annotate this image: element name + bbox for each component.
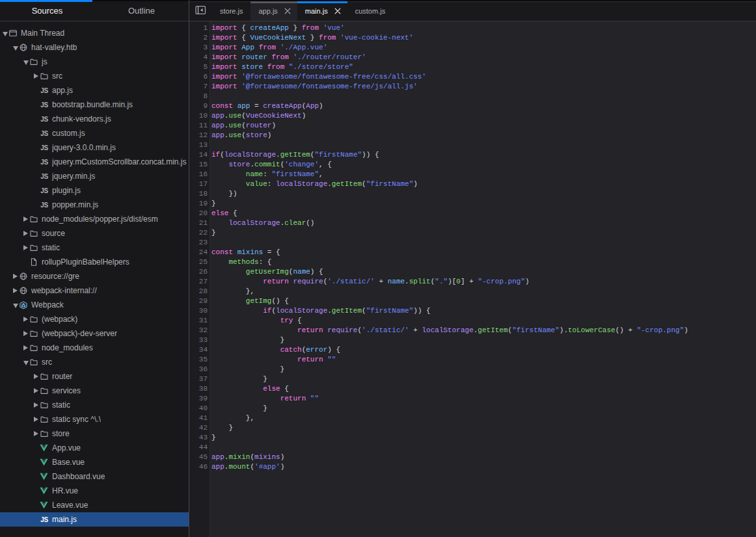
line-number[interactable]: 13	[189, 140, 210, 150]
line-number[interactable]: 40	[189, 404, 210, 413]
tree-item-hr-vue[interactable]: HR.vue	[0, 484, 189, 498]
tree-item-node-modules[interactable]: node_modules	[0, 341, 189, 355]
line-number[interactable]: 16	[189, 170, 210, 179]
line-number[interactable]: 19	[189, 199, 210, 209]
tree-item-node-modules-popper-js-dist-esm[interactable]: node_modules/popper.js/dist/esm	[0, 212, 189, 226]
twisty-collapsed-icon[interactable]	[21, 231, 30, 236]
line-number[interactable]: 3	[189, 43, 210, 53]
source-editor[interactable]: 1import { createApp } from 'vue'2import …	[189, 21, 756, 537]
collapse-sources-panel-button[interactable]	[189, 1, 212, 21]
line-number[interactable]: 28	[189, 287, 210, 296]
tree-item-plugin-js[interactable]: JSplugin.js	[0, 183, 189, 198]
panel-tab-outline[interactable]: Outline	[94, 0, 189, 21]
tree-item-store[interactable]: store	[0, 426, 189, 441]
tree-item-jquery-mcustomscrollbar-concat-min-js[interactable]: JSjquery.mCustomScrollbar.concat.min.js	[0, 155, 189, 169]
tree-item-router[interactable]: router	[0, 369, 189, 384]
tree-item-source[interactable]: source	[0, 226, 189, 241]
line-number[interactable]: 4	[189, 53, 210, 62]
tree-item-webpack-dev-server[interactable]: (webpack)-dev-server	[0, 326, 189, 341]
file-tab-main-js[interactable]: main.js	[297, 1, 347, 21]
line-number[interactable]: 17	[189, 179, 210, 189]
twisty-expanded-icon[interactable]	[11, 45, 20, 51]
tree-item-bootstrap-bundle-min-js[interactable]: JSbootstrap.bundle.min.js	[0, 98, 189, 112]
line-number[interactable]: 2	[189, 33, 210, 43]
twisty-collapsed-icon[interactable]	[21, 245, 30, 250]
tree-item-dashboard-vue[interactable]: Dashboard.vue	[0, 469, 189, 484]
line-number[interactable]: 32	[189, 326, 210, 335]
tree-item-webpack[interactable]: Webpack	[0, 298, 189, 312]
tree-item-webpack-internal[interactable]: webpack-internal://	[0, 283, 189, 298]
twisty-collapsed-icon[interactable]	[21, 317, 30, 322]
tree-item-main-thread[interactable]: Main Thread	[0, 26, 189, 40]
line-number[interactable]: 44	[189, 443, 210, 452]
line-number[interactable]: 42	[189, 423, 210, 433]
line-number[interactable]: 39	[189, 394, 210, 404]
tree-item-jquery-3-0-0-min-js[interactable]: JSjquery-3.0.0.min.js	[0, 140, 189, 155]
line-number[interactable]: 37	[189, 374, 210, 384]
tree-item-app-vue[interactable]: App.vue	[0, 441, 189, 455]
tree-item-static-sync[interactable]: static sync ^\.\	[0, 412, 189, 426]
twisty-collapsed-icon[interactable]	[21, 345, 30, 350]
tree-item-jquery-min-js[interactable]: JSjquery.min.js	[0, 169, 189, 183]
twisty-expanded-icon[interactable]	[21, 59, 30, 65]
twisty-collapsed-icon[interactable]	[11, 274, 20, 279]
twisty-collapsed-icon[interactable]	[11, 288, 20, 293]
tree-item-chunk-vendors-js[interactable]: JSchunk-vendors.js	[0, 112, 189, 126]
twisty-collapsed-icon[interactable]	[32, 388, 40, 393]
tree-item-src[interactable]: src	[0, 355, 189, 369]
twisty-expanded-icon[interactable]	[1, 31, 9, 36]
tree-item-leave-vue[interactable]: Leave.vue	[0, 498, 189, 512]
line-number[interactable]: 12	[189, 131, 210, 140]
twisty-expanded-icon[interactable]	[21, 360, 30, 365]
twisty-collapsed-icon[interactable]	[32, 374, 40, 379]
line-number[interactable]: 27	[189, 277, 210, 287]
tree-item-static[interactable]: static	[0, 241, 189, 255]
twisty-collapsed-icon[interactable]	[32, 402, 40, 408]
line-number[interactable]: 36	[189, 365, 210, 374]
line-number[interactable]: 23	[189, 238, 210, 248]
twisty-collapsed-icon[interactable]	[32, 417, 40, 422]
line-number[interactable]: 25	[189, 257, 210, 267]
twisty-collapsed-icon[interactable]	[21, 331, 30, 336]
twisty-collapsed-icon[interactable]	[32, 431, 40, 436]
panel-tab-sources[interactable]: Sources	[0, 0, 94, 21]
line-number[interactable]: 29	[189, 296, 210, 306]
line-number[interactable]: 35	[189, 355, 210, 365]
line-number[interactable]: 9	[189, 101, 210, 111]
tree-item-base-vue[interactable]: Base.vue	[0, 455, 189, 469]
line-number[interactable]: 34	[189, 345, 210, 355]
tree-item-hat-valley-htb[interactable]: hat-valley.htb	[0, 40, 189, 55]
sources-tree[interactable]: Main Threadhat-valley.htbjssrcJSapp.jsJS…	[0, 21, 189, 537]
line-number[interactable]: 6	[189, 72, 210, 82]
tree-item-src[interactable]: src	[0, 69, 189, 83]
line-number[interactable]: 43	[189, 433, 210, 443]
line-number[interactable]: 21	[189, 218, 210, 228]
tree-item-app-js[interactable]: JSapp.js	[0, 83, 189, 98]
line-number[interactable]: 7	[189, 82, 210, 92]
line-number[interactable]: 26	[189, 267, 210, 277]
file-tab-app-js[interactable]: app.js	[250, 1, 297, 21]
line-number[interactable]: 20	[189, 209, 210, 218]
file-tab-custom-js[interactable]: custom.js	[347, 1, 393, 21]
close-tab-button[interactable]	[332, 6, 343, 16]
line-number[interactable]: 14	[189, 150, 210, 160]
line-number[interactable]: 45	[189, 452, 210, 462]
line-number[interactable]: 1	[189, 23, 210, 33]
file-tab-store-js[interactable]: store.js	[212, 1, 250, 21]
line-number[interactable]: 11	[189, 121, 210, 131]
close-tab-button[interactable]	[282, 6, 293, 16]
tree-item-webpack[interactable]: (webpack)	[0, 312, 189, 326]
line-number[interactable]: 33	[189, 335, 210, 345]
twisty-expanded-icon[interactable]	[11, 302, 20, 308]
line-number[interactable]: 30	[189, 306, 210, 316]
line-number[interactable]: 10	[189, 111, 210, 121]
line-number[interactable]: 41	[189, 413, 210, 423]
tree-item-rolluppluginbabelhelpers[interactable]: rollupPluginBabelHelpers	[0, 255, 189, 269]
tree-item-services[interactable]: services	[0, 384, 189, 398]
tree-item-popper-min-js[interactable]: JSpopper.min.js	[0, 198, 189, 212]
line-number[interactable]: 8	[189, 92, 210, 101]
tree-item-custom-js[interactable]: JScustom.js	[0, 126, 189, 140]
twisty-collapsed-icon[interactable]	[21, 216, 30, 222]
twisty-collapsed-icon[interactable]	[32, 73, 40, 79]
line-number[interactable]: 24	[189, 248, 210, 257]
